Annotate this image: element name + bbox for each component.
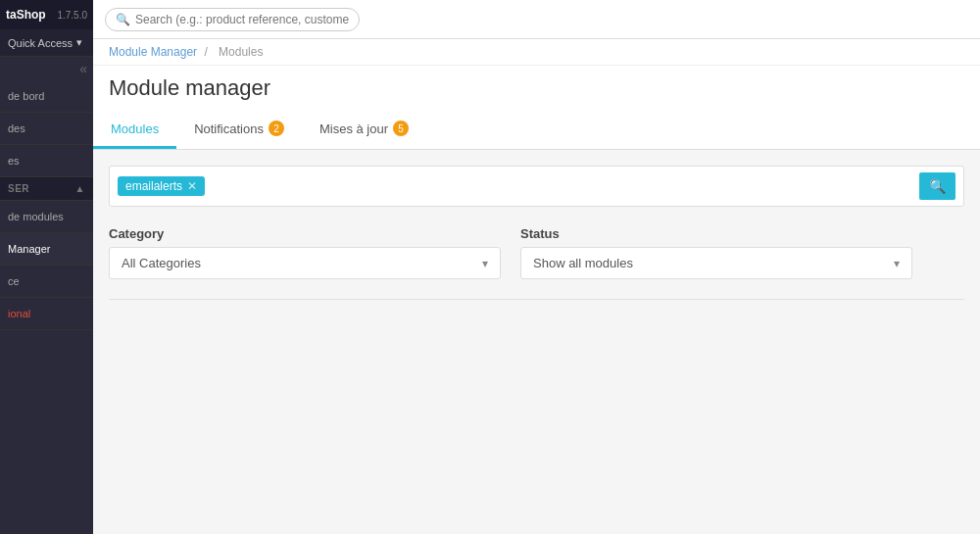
sidebar: taShop 1.7.5.0 Quick Access ▾ « de bord … <box>0 0 93 534</box>
search-tag-text: emailalerts <box>125 179 182 193</box>
chevron-down-icon: ▾ <box>482 257 488 270</box>
search-filter-input[interactable] <box>211 179 913 194</box>
global-search-box[interactable]: 🔍 <box>105 8 360 31</box>
tab-modules[interactable]: Modules <box>93 111 176 149</box>
category-filter-value: All Categories <box>122 256 201 270</box>
sidebar-section-label: SER <box>8 183 29 194</box>
sidebar-item-label: des <box>8 122 25 134</box>
sidebar-item-service[interactable]: ce <box>0 266 93 298</box>
breadcrumb-separator: / <box>204 45 207 59</box>
tab-modules-label: Modules <box>111 121 159 136</box>
sidebar-item-de-modules[interactable]: de modules <box>0 201 93 233</box>
tab-notifications-badge: 2 <box>269 121 284 136</box>
sidebar-navigation: de bord des es SER ▲ de modules Manager … <box>0 80 93 534</box>
category-filter-label: Category <box>109 226 501 241</box>
tab-notifications-label: Notifications <box>194 121 264 136</box>
sidebar-item-des[interactable]: des <box>0 113 93 145</box>
app-name: taShop <box>6 8 46 22</box>
search-tag-emailalerts: emailalerts ✕ <box>118 176 205 196</box>
category-filter-group: Category All Categories ▾ <box>109 226 501 279</box>
search-icon: 🔍 <box>116 13 130 26</box>
tab-notifications[interactable]: Notifications 2 <box>176 111 302 149</box>
sidebar-item-tableau-de-bord[interactable]: de bord <box>0 80 93 113</box>
breadcrumb: Module Manager / Modules <box>93 39 980 66</box>
page-header: Module manager <box>93 66 980 111</box>
sidebar-item-es[interactable]: es <box>0 145 93 177</box>
global-search-input[interactable] <box>135 13 349 26</box>
category-filter-select[interactable]: All Categories ▾ <box>109 247 501 279</box>
status-filter-group: Status Show all modules ▾ <box>520 226 912 279</box>
breadcrumb-parent[interactable]: Module Manager <box>109 45 197 59</box>
page-title: Module manager <box>109 75 964 101</box>
search-tag-close-button[interactable]: ✕ <box>187 179 197 193</box>
quick-access-label: Quick Access <box>8 37 73 49</box>
main-content: 🔍 Module Manager / Modules Module manage… <box>93 0 980 534</box>
breadcrumb-current: Modules <box>219 45 263 59</box>
sidebar-section-ser: SER ▲ <box>0 177 93 201</box>
content-area: emailalerts ✕ 🔍 Category All Categories … <box>93 150 980 534</box>
sidebar-item-label: de modules <box>8 211 64 222</box>
search-filter-icon: 🔍 <box>929 178 946 194</box>
tabs-bar: Modules Notifications 2 Mises à jour 5 <box>93 111 980 150</box>
app-version: 1.7.5.0 <box>57 10 87 21</box>
sidebar-toggle-button[interactable]: « <box>0 57 93 80</box>
tab-mises-a-jour[interactable]: Mises à jour 5 <box>302 111 426 149</box>
sidebar-item-label: ional <box>8 308 30 319</box>
sidebar-header: taShop 1.7.5.0 <box>0 0 93 29</box>
search-filter-button[interactable]: 🔍 <box>919 172 956 200</box>
sidebar-item-module-manager[interactable]: Manager <box>0 233 93 266</box>
chevron-down-icon: ▾ <box>76 36 82 49</box>
chevron-down-icon: ▾ <box>894 257 900 270</box>
sidebar-item-label: es <box>8 155 20 167</box>
status-filter-label: Status <box>520 226 912 241</box>
chevron-up-icon: ▲ <box>75 183 85 194</box>
quick-access-button[interactable]: Quick Access ▾ <box>0 29 93 57</box>
content-divider <box>109 299 964 300</box>
sidebar-item-label: de bord <box>8 90 44 102</box>
search-filter-bar: emailalerts ✕ 🔍 <box>109 166 964 207</box>
topbar: 🔍 <box>93 0 980 39</box>
tab-mises-a-jour-label: Mises à jour <box>319 121 388 136</box>
tab-mises-a-jour-badge: 5 <box>393 121 409 136</box>
collapse-icon: « <box>79 61 87 76</box>
sidebar-item-label: Manager <box>8 243 50 255</box>
sidebar-item-label: ce <box>8 275 20 287</box>
status-filter-select[interactable]: Show all modules ▾ <box>520 247 912 279</box>
sidebar-item-ional[interactable]: ional <box>0 298 93 330</box>
status-filter-value: Show all modules <box>533 256 633 270</box>
filters-row: Category All Categories ▾ Status Show al… <box>109 226 964 279</box>
